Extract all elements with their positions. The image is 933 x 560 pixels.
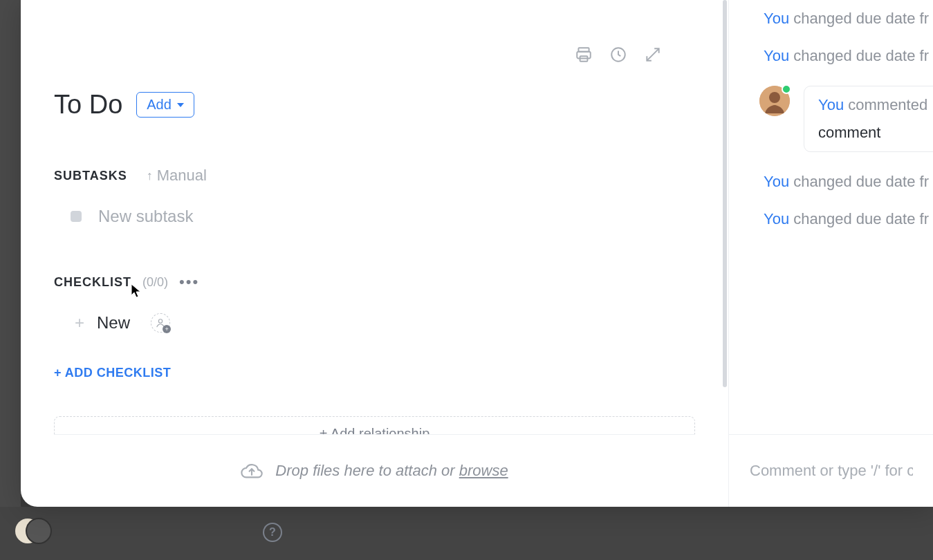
- task-modal: To Do Add SUBTASKS ↑ Manual CHECKLIST: [21, 0, 933, 507]
- avatar[interactable]: [759, 86, 790, 116]
- add-button-label: Add: [147, 97, 172, 113]
- activity-actor: You: [764, 10, 789, 27]
- status-chip-icon[interactable]: [71, 211, 82, 222]
- comment-text: comment: [818, 124, 933, 142]
- svg-point-1: [26, 519, 51, 543]
- activity-text: changed due date fr: [793, 210, 929, 227]
- print-icon[interactable]: [575, 46, 593, 64]
- svg-point-6: [158, 319, 162, 323]
- checklist-label: CHECKLIST: [54, 275, 131, 290]
- attachment-dropzone[interactable]: Drop files here to attach or browse: [54, 434, 695, 507]
- activity-actor: You: [764, 173, 789, 190]
- dropzone-prefix: Drop files here to attach or: [275, 462, 459, 479]
- add-button[interactable]: Add: [136, 92, 194, 118]
- cloud-upload-icon: [241, 460, 263, 482]
- activity-row: You changed due date fr: [764, 200, 933, 238]
- subtasks-label: SUBTASKS: [54, 169, 127, 183]
- subtasks-sort-toggle[interactable]: ↑ Manual: [147, 167, 207, 185]
- new-subtask-row[interactable]: [54, 207, 695, 226]
- arrow-up-icon: ↑: [147, 169, 153, 182]
- activity-text: changed due date fr: [793, 10, 929, 27]
- task-main-column: To Do Add SUBTASKS ↑ Manual CHECKLIST: [21, 0, 729, 507]
- new-subtask-input[interactable]: [98, 207, 375, 226]
- more-icon[interactable]: •••: [179, 274, 199, 290]
- browse-link[interactable]: browse: [459, 462, 508, 479]
- svg-point-8: [769, 92, 780, 103]
- background-sidebar-peek: [0, 0, 21, 507]
- title-row: To Do Add: [54, 90, 695, 120]
- task-title[interactable]: To Do: [54, 90, 122, 120]
- scrollbar[interactable]: [723, 0, 727, 387]
- checklist-item-input[interactable]: [97, 313, 138, 333]
- add-relationship-button[interactable]: + Add relationship: [54, 416, 695, 434]
- comment-header: You commented: [818, 96, 933, 114]
- comment-actor: You: [818, 96, 844, 113]
- checklist-new-item[interactable]: + +: [54, 313, 695, 333]
- comment-verb: commented: [848, 96, 927, 113]
- background-avatar: [14, 517, 53, 545]
- add-relationship-label: + Add relationship: [320, 426, 430, 435]
- add-checklist-button[interactable]: + ADD CHECKLIST: [54, 366, 171, 380]
- svg-rect-3: [577, 52, 591, 59]
- activity-comment: You commented comment: [759, 86, 933, 152]
- checklist-header: CHECKLIST (0/0) •••: [54, 274, 695, 290]
- plus-icon: +: [75, 315, 84, 331]
- subtasks-sort-label: Manual: [157, 167, 207, 185]
- activity-column: All Mine You changed due date fr You cha…: [729, 0, 933, 507]
- assign-plus-badge: +: [163, 325, 171, 333]
- comment-input-bar[interactable]: [729, 434, 933, 507]
- subtasks-header: SUBTASKS ↑ Manual: [54, 167, 695, 185]
- activity-row: You changed due date fr: [764, 37, 933, 75]
- add-checklist-label: + ADD CHECKLIST: [54, 366, 171, 380]
- activity-text: changed due date fr: [793, 47, 929, 64]
- dropzone-text: Drop files here to attach or browse: [275, 462, 508, 480]
- activity-row: You changed due date fr: [764, 163, 933, 200]
- activity-actor: You: [764, 47, 789, 64]
- comment-input[interactable]: [750, 462, 913, 480]
- activity-text: changed due date fr: [793, 173, 929, 190]
- comment-body[interactable]: You commented comment: [804, 86, 933, 152]
- activity-row: You changed due date fr: [764, 0, 933, 37]
- top-icon-bar: [575, 46, 662, 64]
- expand-icon[interactable]: [644, 46, 662, 64]
- activity-list: You changed due date fr You changed due …: [729, 0, 933, 434]
- history-icon[interactable]: [609, 46, 627, 64]
- background-bottom-bar: [0, 507, 933, 560]
- assign-person-icon[interactable]: +: [151, 313, 170, 333]
- presence-indicator: [782, 84, 791, 94]
- help-icon[interactable]: ?: [263, 523, 282, 542]
- chevron-down-icon: [177, 103, 184, 107]
- checklist-count: (0/0): [142, 275, 168, 290]
- activity-actor: You: [764, 210, 789, 227]
